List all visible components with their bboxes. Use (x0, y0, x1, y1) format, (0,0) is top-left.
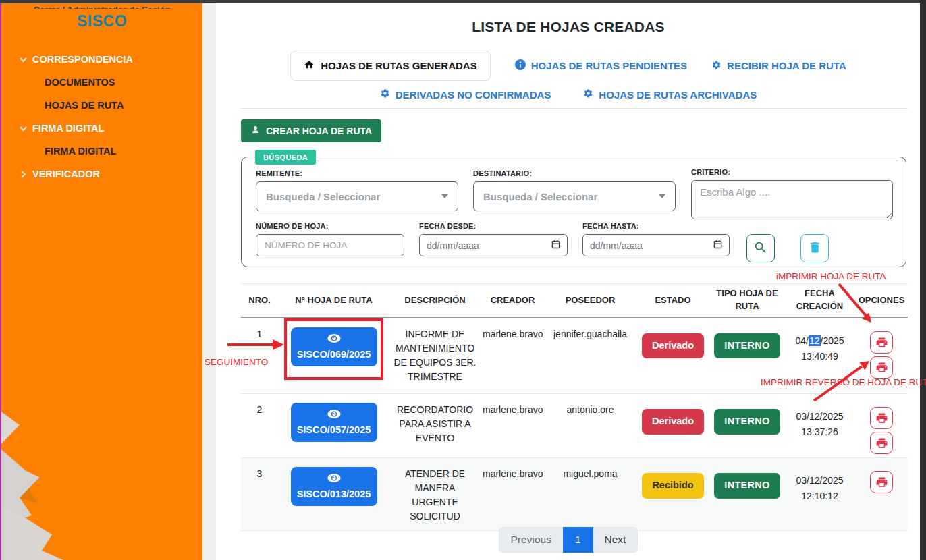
print-reverse-button[interactable] (870, 432, 893, 454)
fecha-hasta-label: FECHA HASTA: (582, 222, 730, 230)
sidebar: Cerrar / Administrador de Sesión SISCO C… (1, 3, 202, 560)
tab-label: HOJAS DE RUTAS PENDIENTES (531, 60, 687, 72)
sidebar-item-correspondencia[interactable]: CORRESPONDENCIA (1, 48, 202, 71)
status-badge: Derivado (642, 333, 704, 359)
remitente-placeholder: Busqueda / Seleccionar (266, 191, 380, 202)
clear-filters-button[interactable] (800, 234, 829, 262)
pagination: Previous 1 Next (216, 527, 921, 553)
tab-label: DERIVADAS NO CONFIRMADAS (396, 89, 551, 101)
tab-hojas-pendientes[interactable]: HOJAS DE RUTAS PENDIENTES (515, 59, 687, 72)
col-hoja: N° HOJA DE RUTA (278, 284, 389, 318)
numero-hoja-label: NÚMERO DE HOJA: (256, 222, 404, 230)
holder-cell: antonio.ore (545, 394, 636, 458)
creation-time: 13:40:49 (786, 349, 853, 364)
eye-icon (327, 409, 342, 421)
clipped-session-text: Cerrar / Administrador de Sesión (1, 3, 202, 9)
browser-top-edge (0, 0, 926, 3)
calendar-icon[interactable] (551, 240, 560, 251)
route-sheet-button[interactable]: SISCO/057/2025 (291, 403, 377, 442)
print-reverse-button[interactable] (870, 356, 893, 379)
chevron-down-icon (441, 194, 448, 198)
annotation-highlight-rectangle (284, 318, 383, 380)
app-window: Cerrar / Administrador de Sesión SISCO C… (0, 0, 926, 560)
search-panel: BÚSQUEDA REMITENTE: Busqueda / Seleccion… (241, 157, 906, 267)
date-placeholder: dd/mm/aaaa (590, 240, 643, 251)
info-icon (515, 59, 526, 72)
chevron-down-icon (19, 55, 28, 64)
numero-hoja-input[interactable] (256, 234, 404, 256)
tab-hojas-archivadas[interactable]: HOJAS DE RUTAS ARCHIVADAS (583, 88, 757, 101)
criterio-textarea[interactable] (691, 180, 893, 219)
left-accent-strip (0, 0, 1, 560)
fecha-desde-input[interactable]: dd/mm/aaaa (419, 234, 568, 256)
remitente-select[interactable]: Busqueda / Seleccionar (256, 181, 458, 211)
col-descripcion: DESCRIPCIÓN (389, 284, 481, 318)
vertical-scrollbar[interactable] (920, 0, 926, 560)
create-route-sheet-button[interactable]: CREAR HOJA DE RUTA (241, 119, 381, 142)
main-content: LISTA DE HOJAS CREADAS HOJAS DE RUTAS GE… (216, 3, 921, 560)
gear-icon (711, 60, 721, 72)
gear-icon (583, 88, 593, 101)
fecha-hasta-input[interactable]: dd/mm/aaaa (582, 234, 730, 256)
annotation-imprimir: iMPRIMIR HOJA DE RUTA (776, 271, 886, 281)
tab-label: RECIBIR HOJA DE RUTA (727, 60, 846, 72)
destinatario-select[interactable]: Busqueda / Seleccionar (473, 181, 676, 211)
table-row: 3 SISCO/013/2025 ATENDER DE MANERA URGEN… (241, 458, 908, 531)
tab-bar-row2: DERIVADAS NO CONFIRMADAS HOJAS DE RUTAS … (216, 88, 921, 101)
decorative-polygon (1, 412, 42, 445)
destinatario-label: DESTINATARIO: (473, 169, 676, 177)
row-number: 2 (241, 394, 278, 458)
fecha-desde-label: FECHA DESDE: (419, 222, 568, 230)
sidebar-item-hojas-de-ruta[interactable]: HOJAS DE RUTA (1, 94, 202, 117)
tab-recibir-hoja[interactable]: RECIBIR HOJA DE RUTA (711, 60, 846, 72)
sidebar-item-verificador[interactable]: VERIFICADOR (1, 163, 202, 186)
type-badge: INTERNO (714, 333, 780, 359)
sidebar-item-documentos[interactable]: DOCUMENTOS (1, 71, 202, 94)
person-icon (250, 125, 261, 137)
creation-date: 04/12/2025 13:40:49 (786, 333, 853, 364)
col-poseedor: POSEEDOR (545, 284, 636, 318)
route-sheet-button[interactable]: SISCO/013/2025 (291, 467, 377, 506)
col-estado: ESTADO (636, 284, 710, 318)
print-route-sheet-button[interactable] (870, 407, 893, 429)
tab-hojas-generadas[interactable]: HOJAS DE RUTAS GENERADAS (290, 51, 490, 81)
annotation-imprimir-reverso: IMPRIMIR REVERSO DE HOJA DE RUTA (761, 377, 926, 387)
page-title: LISTA DE HOJAS CREADAS (216, 19, 921, 35)
calendar-icon[interactable] (713, 240, 722, 251)
holder-cell: jennifer.guachalla (545, 318, 636, 394)
trash-icon (808, 240, 822, 256)
sidebar-item-firma-digital-sub[interactable]: FIRMA DIGITAL (1, 140, 202, 163)
col-opciones: OPCIONES (855, 284, 908, 318)
print-route-sheet-button[interactable] (870, 471, 893, 493)
criterio-label: CRITERIO: (691, 168, 893, 176)
type-badge: INTERNO (714, 409, 780, 435)
sidebar-item-label: FIRMA DIGITAL (32, 123, 104, 134)
col-creador: CREADOR (481, 284, 545, 318)
creator-cell: marlene.bravo (481, 318, 545, 394)
chevron-right-icon (19, 170, 28, 179)
print-route-sheet-button[interactable] (870, 331, 893, 354)
sidebar-item-label: CORRESPONDENCIA (32, 54, 133, 65)
app-logo: SISCO (1, 12, 202, 30)
description-cell: RECORDATORIO PARA ASISTIR A EVENTO (389, 394, 481, 458)
search-button[interactable] (746, 234, 775, 262)
tab-derivadas-no-confirmadas[interactable]: DERIVADAS NO CONFIRMADAS (380, 88, 551, 101)
destinatario-placeholder: Busqueda / Seleccionar (483, 191, 597, 202)
type-badge: INTERNO (714, 473, 780, 499)
remitente-label: REMITENTE: (256, 169, 458, 177)
sidebar-item-firma-digital[interactable]: FIRMA DIGITAL (1, 117, 202, 140)
pagination-next[interactable]: Next (593, 527, 638, 553)
col-tipo: TIPO HOJA DE RUTA (710, 284, 784, 318)
tab-label: HOJAS DE RUTAS ARCHIVADAS (599, 89, 757, 101)
tab-label: HOJAS DE RUTAS GENERADAS (321, 60, 476, 72)
creation-date: 03/12/2025 13:37:26 (786, 409, 853, 440)
gear-icon (380, 88, 390, 101)
status-badge: Recibido (642, 473, 703, 499)
date-text: /2025 (821, 335, 844, 346)
pagination-previous[interactable]: Previous (499, 527, 563, 553)
search-panel-label: BÚSQUEDA (255, 150, 316, 165)
eye-icon (327, 473, 342, 485)
search-icon (753, 240, 768, 257)
pagination-page-1[interactable]: 1 (563, 527, 593, 553)
creator-cell: marlene.bravo (481, 394, 545, 458)
